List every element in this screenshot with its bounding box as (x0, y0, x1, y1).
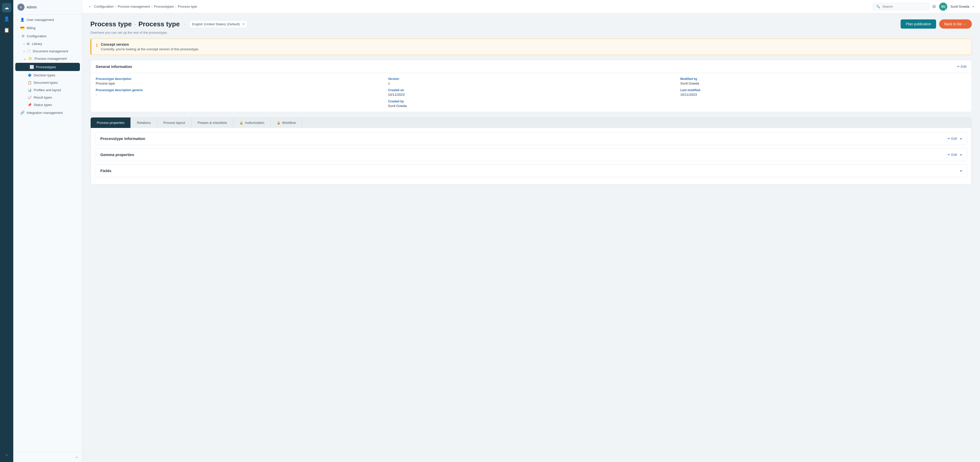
breadcrumb-process-type: Process type (178, 5, 197, 8)
breadcrumb-sep: / (115, 5, 116, 8)
accordion-edit-link[interactable]: ✏ Edit (948, 137, 957, 140)
sidebar-item-document-types[interactable]: 📋 Document types (13, 79, 82, 86)
page-title: Process type · Process type (91, 20, 180, 28)
sidebar-item-status-types[interactable]: 📌 Status types (13, 101, 82, 108)
chevron-icon: › (18, 112, 18, 114)
sidebar-item-label: Result types (34, 96, 52, 99)
tab-label: Process properties (97, 121, 124, 124)
icon-expand[interactable]: » (4, 451, 10, 459)
settings-icon[interactable]: ⚙ (932, 4, 936, 10)
field-created-on: Created on 10/11/2023 (388, 88, 674, 97)
sidebar-item-billing[interactable]: › 💳 Billing (13, 24, 82, 32)
field-value: 1 (388, 81, 674, 85)
field-value: Process type (96, 81, 382, 85)
accordion-actions: ✏ Edit ▾ (948, 153, 962, 157)
language-select[interactable]: English (United States) (Default) (189, 21, 247, 28)
sidebar-item-label: Profiles and layout (34, 88, 61, 92)
tab-label: Relations (137, 121, 151, 124)
result-icon: 📈 (27, 96, 32, 99)
icon-cloud[interactable]: ☁ (2, 3, 11, 12)
banner-content: Concept version Currently, you're lookin… (101, 42, 199, 51)
icon-user[interactable]: 👤 (2, 14, 11, 24)
info-col1: Processtype description Process type Pro… (96, 77, 382, 108)
accordion-header-processtype[interactable]: Processtype information ✏ Edit ▾ (95, 132, 967, 145)
search-icon: 🔍 (876, 5, 880, 8)
sidebar-item-library[interactable]: › 🏛 Library (13, 40, 82, 48)
concept-version-banner: ℹ Concept version Currently, you're look… (91, 38, 972, 55)
back-to-list-button[interactable]: Back to list ← (939, 19, 972, 29)
tab-phases-checklists[interactable]: Phases & checklists (191, 118, 234, 128)
search-input[interactable] (882, 5, 926, 8)
field-modified-by: Modified by Sunil Gowda (680, 77, 966, 85)
sidebar-item-label: Status types (34, 103, 52, 107)
breadcrumb-process-mgmt: Process management (118, 5, 150, 8)
general-info-edit-link[interactable]: ✏ Edit (957, 65, 966, 69)
sidebar-item-document-management[interactable]: › 📄 Document management (13, 48, 82, 55)
field-label: Processtype description (96, 77, 382, 81)
title-text: Process type (91, 20, 132, 28)
sidebar-item-profiles-layout[interactable]: 📊 Profiles and layout (13, 86, 82, 94)
accordion-header-fields[interactable]: Fields ▾ (95, 164, 967, 177)
accordion-edit-link[interactable]: ✏ Edit (948, 153, 957, 156)
search-box[interactable]: 🔍 (873, 3, 929, 10)
topnav-right: 🔍 ⚙ SU Sunil Gowda ▾ (873, 3, 974, 11)
tab-workflow[interactable]: 🔒 Workflow (270, 118, 302, 128)
edit-pencil-icon: ✏ (957, 65, 960, 69)
back-arrow-icon[interactable]: ← (88, 4, 92, 9)
tab-relations[interactable]: Relations (131, 118, 157, 128)
billing-icon: 💳 (20, 26, 24, 30)
sidebar-item-decision-types[interactable]: 🔷 Decision types (13, 72, 82, 79)
accordion-header-gemma[interactable]: Gemma properties ✏ Edit ▾ (95, 148, 967, 161)
sidebar-section-main: › 👤 User management › 💳 Billing ⌄ ⚙ Conf… (13, 14, 82, 118)
sidebar-item-integration-management[interactable]: › 🔗 Integration management (13, 108, 82, 117)
tabs-row: Process properties Relations Process lay… (91, 118, 972, 128)
sidebar-item-user-management[interactable]: › 👤 User management (13, 16, 82, 24)
status-icon: 📌 (27, 103, 32, 107)
tab-authorization[interactable]: 🔒 Authorization (233, 118, 270, 128)
general-info-title: General information (96, 64, 132, 69)
plan-publication-button[interactable]: Plan publication (900, 19, 936, 29)
lock-icon: 🔒 (277, 121, 280, 124)
chevron-down-icon: ▾ (960, 153, 962, 157)
top-navigation: ← Configuration / Process management / P… (82, 0, 980, 13)
field-label: Processtype description generic (96, 88, 382, 92)
chevron-icon: ⌄ (24, 57, 26, 61)
breadcrumb-processtypes: Processtypes (154, 5, 174, 8)
tab-process-properties[interactable]: Process properties (91, 118, 131, 128)
page-title-row: Process type · Process type · English (U… (91, 20, 247, 28)
sidebar-item-label: Library (32, 42, 42, 46)
user-name: Sunil Gowda (950, 5, 969, 8)
sidebar-item-label: Configuration (27, 34, 46, 38)
collapse-sidebar-button[interactable]: « (76, 455, 78, 459)
field-processtype-desc: Processtype description Process type (96, 77, 382, 85)
sidebar-item-label: Document types (34, 81, 58, 84)
sidebar-item-label: User management (27, 18, 54, 22)
field-label: Created on (388, 88, 674, 92)
user-menu-chevron[interactable]: ▾ (972, 5, 974, 8)
user-avatar: SU (939, 3, 947, 11)
sidebar-item-configuration[interactable]: ⌄ ⚙ Configuration (13, 32, 82, 40)
accordion-gemma: Gemma properties ✏ Edit ▾ (95, 148, 967, 161)
profiles-icon: 📊 (27, 88, 32, 92)
decision-icon: 🔷 (27, 73, 32, 77)
tab-label: Process layout (163, 121, 185, 124)
tab-label: Workflow (282, 121, 296, 124)
accordion-title: Processtype information (100, 136, 145, 141)
field-value: 10/11/2023 (388, 93, 674, 97)
breadcrumb: ← Configuration / Process management / P… (88, 4, 197, 9)
title-separator: · (184, 21, 185, 27)
sidebar-item-label: Billing (27, 26, 35, 30)
tab-process-layout[interactable]: Process layout (157, 118, 191, 128)
chevron-icon: › (18, 27, 18, 29)
back-arrow-icon2: ← (963, 22, 967, 26)
field-last-modified: Last modified 10/11/2023 (680, 88, 966, 97)
integration-icon: 🔗 (20, 111, 24, 115)
field-label: Modified by (680, 77, 966, 81)
sidebar-item-processtypes[interactable]: ⬜ Processtypes (15, 63, 80, 71)
icon-doc[interactable]: 📋 (2, 25, 11, 35)
sidebar-header: A Admin (13, 0, 82, 14)
field-value: 10/11/2023 (680, 93, 966, 97)
sidebar-item-process-management[interactable]: ⌄ 📁 Process management (13, 55, 82, 62)
page-header-actions: Plan publication Back to list ← (900, 19, 972, 29)
sidebar-item-result-types[interactable]: 📈 Result types (13, 94, 82, 101)
